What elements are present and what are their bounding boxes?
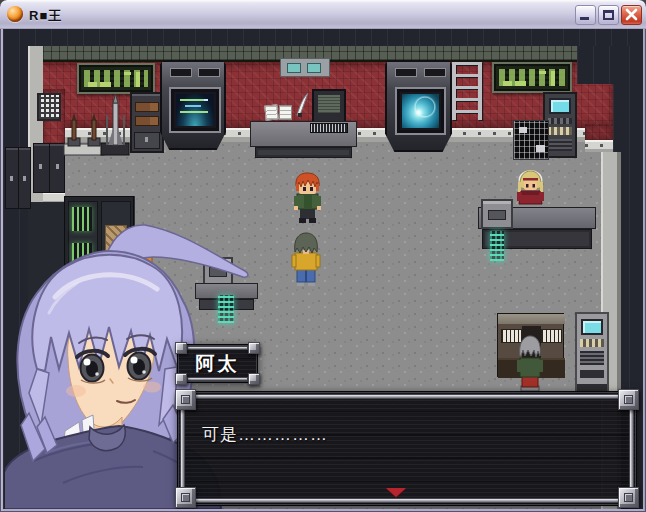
npc-gray-hair-seated [513,332,547,400]
shelf-boxes [135,116,159,126]
dialog-text: 可是…………… [202,423,328,446]
vending-grill [580,351,604,365]
minimize-icon [580,17,589,20]
locker-pair [33,143,65,193]
speaker-name: 阿太 [178,345,257,382]
vent-slot [395,68,417,77]
papers [264,104,278,120]
dialog-corner [175,389,196,410]
server-grill [548,139,572,151]
dialog-box: 可是…………… [177,391,637,506]
corner-inset [181,493,190,502]
circuit-board-panel-left [77,63,155,94]
desk-monitor-screen [318,95,340,113]
corner-inset [624,395,633,404]
shelf-cabinet [130,92,164,153]
data-screen [176,94,214,126]
cabinet-handle [145,137,148,142]
continue-indicator-icon [386,488,406,497]
vending-machine [575,312,609,398]
close-icon [622,6,641,24]
machine-slot [488,210,506,220]
missile-display [63,112,105,156]
vent-slot [424,68,446,77]
dialog-rail-left [180,408,185,489]
locker-divider [49,144,50,192]
vent-light [307,63,321,73]
swirl-screen [402,94,439,128]
monitor-frame [169,87,221,133]
trim-pattern [585,144,613,147]
dialog-rail-right [629,408,634,489]
monitor-frame [395,87,446,135]
wall-keypad [37,93,61,121]
ceiling-corner [577,46,617,84]
dialog-corner [618,487,639,508]
dialog-corner [618,389,639,410]
organ-top [498,314,565,324]
locker-handle [56,164,59,169]
desk-drawers [255,147,352,158]
game-window: R■王 [0,0,646,512]
close-button[interactable] [621,5,642,25]
monitor-station-right [385,60,452,152]
locker-far-left [5,147,31,209]
dialog-rail-bottom [194,498,620,503]
server-buttons [548,118,572,124]
locker-handle [39,164,42,169]
right-wall-trim [585,140,613,152]
vent-slot [198,68,220,77]
locker-divider [18,148,19,208]
vending-screen [581,319,603,335]
app-icon [7,6,23,22]
ceiling-dark-band [3,29,643,46]
vending-slot [580,370,604,378]
shelf-boxes [135,102,159,112]
maximize-icon [603,10,614,20]
monitor-station-left [160,60,226,150]
npc-orange-hair [291,172,324,228]
dialog-rail-top [194,394,620,399]
game-canvas[interactable]: 阿太 可是…………… [3,29,643,509]
circuit-equipment [513,120,549,160]
computer-desk [250,93,357,158]
vent-light [287,63,301,73]
titlebar[interactable]: R■王 [0,0,646,29]
circuit-components [84,70,148,87]
ceiling-vent [280,58,330,77]
corner-inset [181,395,190,404]
reception-desk [478,203,596,254]
name-tag: 阿太 [177,344,258,383]
locker-handle [10,176,13,181]
desk-machine [481,199,513,229]
papers [279,105,292,120]
left-wall-trim [43,192,65,202]
right-wall-column [585,124,613,140]
glowing-cable [490,231,504,261]
desk-monitor [312,89,346,123]
circuit-board-panel-right [492,62,572,93]
vending-buttons [580,339,604,347]
keyboard [310,123,348,133]
maximize-button[interactable] [598,5,619,25]
circuit-components [499,69,565,86]
window-title: R■王 [29,7,62,25]
server-screen [549,98,571,114]
minimize-button[interactable] [575,5,596,25]
npc-yellow-shirt [289,231,323,289]
vent-slot [170,68,192,77]
rocket-model [100,93,130,156]
corner-inset [624,493,633,502]
wall-ladder [452,62,482,120]
server-buttons [548,127,572,135]
quill-pen [294,91,310,117]
locker-handle [23,176,26,181]
dialog-corner [175,487,196,508]
